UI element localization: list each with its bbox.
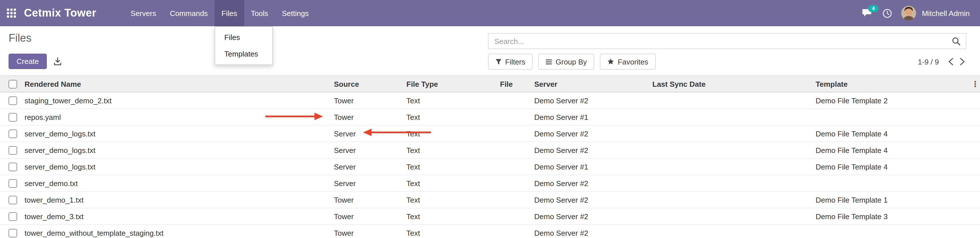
apps-grid-icon	[7, 9, 16, 18]
column-template[interactable]: Template	[811, 76, 970, 92]
cell-source: Tower	[330, 109, 402, 125]
select-all-checkbox[interactable]	[9, 80, 17, 89]
cell-server: Demo Server #2	[530, 125, 648, 142]
cell-server: Demo Server #2	[530, 92, 648, 109]
menu-settings[interactable]: Settings	[275, 0, 316, 26]
messages-button[interactable]: 4	[862, 9, 873, 18]
row-checkbox[interactable]	[9, 229, 17, 237]
cell-file-type: Text	[402, 125, 496, 142]
table-row[interactable]: server_demo.txt Server Text Demo Server …	[0, 175, 980, 192]
row-checkbox[interactable]	[9, 212, 17, 221]
table-body: staging_tower_demo_2.txt Tower Text Demo…	[0, 92, 980, 238]
row-checkbox[interactable]	[9, 163, 17, 171]
header-row: Rendered Name Source File Type File Serv…	[0, 76, 980, 92]
cell-source: Server	[330, 142, 402, 159]
search-options-row: Filters Group By Favorites	[488, 54, 966, 70]
row-checkbox-cell	[0, 175, 21, 192]
table-row[interactable]: server_demo_logs.txt Server Text Demo Se…	[0, 159, 980, 175]
dropdown-item-templates[interactable]: Templates	[215, 46, 272, 62]
filters-button[interactable]: Filters	[488, 54, 533, 70]
files-table: Rendered Name Source File Type File Serv…	[0, 75, 980, 238]
cell-file-type: Text	[402, 208, 496, 225]
main-menu: Servers Commands Files Files Templates T…	[124, 0, 316, 26]
row-checkbox[interactable]	[9, 97, 17, 105]
table-row[interactable]: tower_demo_1.txt Tower Text Demo Server …	[0, 192, 980, 208]
user-menu[interactable]	[901, 6, 916, 21]
cell-template: Demo File Template 4	[811, 159, 970, 175]
cell-file-type: Text	[402, 175, 496, 192]
user-name[interactable]: Mitchell Admin	[922, 9, 970, 17]
column-server[interactable]: Server	[530, 76, 648, 92]
menu-commands-label: Commands	[170, 9, 208, 17]
cell-template: Demo File Template 4	[811, 142, 970, 159]
app-window: Cetmix Tower Servers Commands Files File…	[0, 0, 980, 238]
row-checkbox[interactable]	[9, 113, 17, 122]
cell-rendered-name: server_demo_logs.txt	[21, 159, 330, 175]
row-checkbox[interactable]	[9, 196, 17, 204]
pager-next-button[interactable]	[958, 57, 966, 67]
table-row[interactable]: staging_tower_demo_2.txt Tower Text Demo…	[0, 92, 980, 109]
table-row[interactable]: tower_demo_without_template_staging.txt …	[0, 225, 980, 238]
column-rendered-name[interactable]: Rendered Name	[21, 76, 330, 92]
menu-tools[interactable]: Tools	[244, 0, 275, 26]
cell-last-sync-date	[648, 208, 811, 225]
table-row[interactable]: repos.yaml Tower Text Demo Server #1	[0, 109, 980, 125]
row-checkbox[interactable]	[9, 130, 17, 138]
cell-server: Demo Server #2	[530, 225, 648, 238]
cell-file-type: Text	[402, 92, 496, 109]
cell-source: Server	[330, 175, 402, 192]
action-buttons: Create	[9, 54, 63, 68]
search-box	[488, 33, 966, 49]
row-checkbox-cell	[0, 92, 21, 109]
app-brand[interactable]: Cetmix Tower	[24, 0, 97, 26]
menu-commands[interactable]: Commands	[163, 0, 215, 26]
cell-rendered-name: tower_demo_1.txt	[21, 192, 330, 208]
menu-servers[interactable]: Servers	[124, 0, 163, 26]
table-row[interactable]: server_demo_logs.txt Server Text Demo Se…	[0, 142, 980, 159]
cell-template: Demo File Template 3	[811, 208, 970, 225]
cell-rendered-name: tower_demo_without_template_staging.txt	[21, 225, 330, 238]
cell-template: Demo File Template 2	[811, 92, 970, 109]
pager-previous-button[interactable]	[947, 57, 955, 67]
search-submit[interactable]	[947, 37, 966, 45]
favorites-button[interactable]: Favorites	[600, 54, 656, 70]
cell-last-sync-date	[648, 159, 811, 175]
export-button[interactable]	[52, 56, 63, 67]
cell-source: Tower	[330, 92, 402, 109]
activities-button[interactable]	[882, 8, 892, 18]
dropdown-item-files[interactable]: Files	[215, 29, 272, 46]
optional-columns-toggle[interactable]: ⋮	[970, 76, 980, 92]
column-last-sync-date[interactable]: Last Sync Date	[648, 76, 811, 92]
top-navbar: Cetmix Tower Servers Commands Files File…	[0, 0, 980, 26]
row-end-spacer	[970, 192, 980, 208]
cell-last-sync-date	[648, 109, 811, 125]
column-file-type[interactable]: File Type	[402, 76, 496, 92]
table-header: Rendered Name Source File Type File Serv…	[0, 76, 980, 92]
create-button[interactable]: Create	[9, 53, 47, 69]
menu-files[interactable]: Files Files Templates	[215, 0, 244, 26]
row-checkbox[interactable]	[9, 146, 17, 155]
cell-last-sync-date	[648, 175, 811, 192]
cell-last-sync-date	[648, 192, 811, 208]
cell-server: Demo Server #1	[530, 159, 648, 175]
cell-file	[496, 142, 530, 159]
cell-rendered-name: server_demo_logs.txt	[21, 125, 330, 142]
row-checkbox-cell	[0, 109, 21, 125]
table-row[interactable]: tower_demo_3.txt Tower Text Demo Server …	[0, 208, 980, 225]
cell-file	[496, 125, 530, 142]
cell-template	[811, 175, 970, 192]
cell-source: Tower	[330, 208, 402, 225]
search-input[interactable]	[488, 37, 947, 45]
cell-server: Demo Server #2	[530, 208, 648, 225]
page-title: Files	[9, 32, 32, 44]
apps-menu-button[interactable]	[0, 0, 19, 26]
table-row[interactable]: server_demo_logs.txt Server Text Demo Se…	[0, 125, 980, 142]
cell-rendered-name: repos.yaml	[21, 109, 330, 125]
column-source[interactable]: Source	[330, 76, 402, 92]
group-by-button[interactable]: Group By	[539, 54, 595, 70]
row-end-spacer	[970, 125, 980, 142]
row-checkbox[interactable]	[9, 179, 17, 188]
column-file[interactable]: File	[496, 76, 530, 92]
pager-range: 1-9 / 9	[918, 57, 939, 66]
row-checkbox-cell	[0, 159, 21, 175]
